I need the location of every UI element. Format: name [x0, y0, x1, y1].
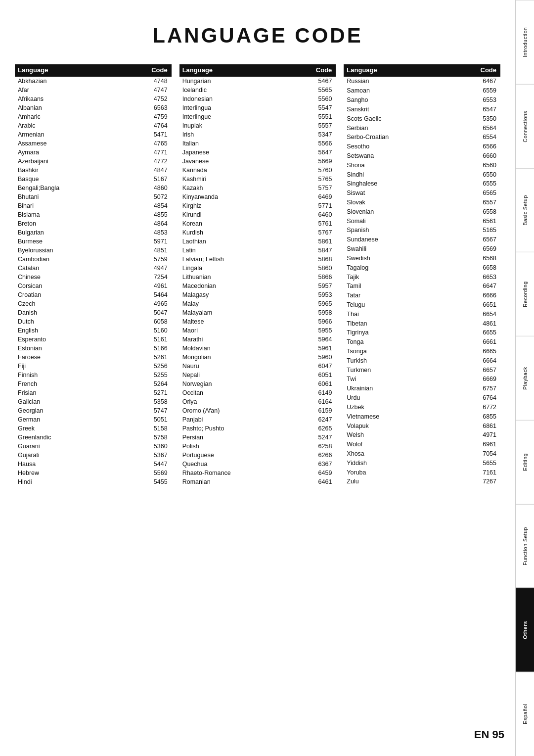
table-row: Occitan6149 [179, 388, 336, 397]
language-code: 5747 [120, 406, 171, 415]
language-code: 6258 [289, 442, 336, 451]
language-name: Scots Gaelic [344, 114, 449, 123]
language-name: Bihari [15, 201, 120, 210]
language-code: 6561 [449, 216, 500, 226]
language-name: Hausa [15, 460, 120, 469]
sidebar-item-editing[interactable]: Editing [516, 420, 534, 504]
sidebar-item-introduction[interactable]: Introduction [516, 0, 534, 84]
sidebar-item-function-setup[interactable]: Function Setup [516, 504, 534, 588]
table-row: Interlingua5547 [179, 103, 336, 112]
table-row: Kazakh5757 [179, 184, 336, 192]
language-code: 6564 [449, 123, 500, 133]
language-code: 4765 [120, 139, 171, 148]
table-row: Arabic4764 [15, 121, 172, 130]
language-code: 4772 [120, 157, 171, 166]
table-row: Sundanese6567 [344, 235, 500, 244]
language-code: 6565 [449, 189, 500, 198]
language-name: Malay [179, 299, 290, 308]
language-name: Mongolian [179, 353, 290, 362]
language-code: 5765 [289, 175, 336, 184]
table-row: Turkish6664 [344, 356, 500, 365]
table-row: Slovak6557 [344, 198, 500, 207]
table-row: Byelorussian4851 [15, 246, 172, 255]
table-row: Hungarian5467 [179, 76, 336, 86]
language-code: 5971 [120, 237, 171, 246]
language-name: Croatian [15, 290, 120, 299]
table-row: Maltese5966 [179, 317, 336, 326]
language-code: 4947 [120, 264, 171, 273]
language-code: 4854 [120, 201, 171, 210]
language-name: Irish [179, 130, 290, 139]
language-code: 5471 [120, 130, 171, 139]
language-name: Kirghiz [179, 201, 290, 210]
table-row: Esperanto5161 [15, 335, 172, 344]
language-name: Estonian [15, 344, 120, 353]
language-code: 5953 [289, 290, 336, 299]
table-row: Singhalese6555 [344, 179, 500, 189]
language-code: 5464 [120, 290, 171, 299]
language-code: 6569 [449, 244, 500, 254]
table-row: Polish6258 [179, 442, 336, 451]
sidebar-item-playback[interactable]: Playback [516, 336, 534, 420]
language-name: Tagalog [344, 263, 449, 272]
language-name: Bhutani [15, 192, 120, 201]
language-code: 5866 [289, 273, 336, 282]
language-name: Pashto; Pushto [179, 424, 290, 433]
language-code: 5547 [289, 103, 336, 112]
table-row: Chinese7254 [15, 273, 172, 282]
table-row: Bihari4854 [15, 201, 172, 210]
language-name: Guarani [15, 442, 120, 451]
table-row: Latin5847 [179, 246, 336, 255]
table-divider-1 [172, 64, 179, 486]
language-code: 5247 [289, 433, 336, 442]
language-name: English [15, 326, 120, 335]
language-code: 6655 [449, 328, 500, 337]
language-code: 4961 [120, 282, 171, 290]
language-name: Welsh [344, 430, 449, 440]
table-row: Pashto; Pushto6265 [179, 424, 336, 433]
language-code: 5964 [289, 335, 336, 344]
language-name: Spanish [344, 226, 449, 235]
table-row: Malayalam5958 [179, 308, 336, 317]
sidebar-item-others[interactable]: Others [516, 588, 534, 672]
language-code: 6961 [449, 440, 500, 449]
language-name: Interlingue [179, 112, 290, 121]
language-code: 5467 [289, 76, 336, 86]
table-row: Samoan6559 [344, 86, 500, 95]
table-row: Tigrinya6655 [344, 328, 500, 337]
language-name: Greenlandic [15, 433, 120, 442]
table-row: Norwegian6061 [179, 379, 336, 388]
language-name: Tigrinya [344, 328, 449, 337]
language-code: 6566 [449, 142, 500, 151]
table-row: Tagalog6658 [344, 263, 500, 272]
language-name: Russian [344, 76, 449, 86]
table-row: Bashkir4847 [15, 166, 172, 175]
table-row: Sanskrit6547 [344, 104, 500, 114]
language-code: 6550 [449, 170, 500, 179]
table-row: Finnish5255 [15, 371, 172, 379]
language-name: Dutch [15, 317, 120, 326]
language-code: 6547 [449, 104, 500, 114]
language-name: Latvian; Lettish [179, 255, 290, 264]
language-name: Malagasy [179, 290, 290, 299]
language-name: Twi [344, 375, 449, 384]
sidebar-item-basic-setup[interactable]: Basic Setup [516, 168, 534, 252]
sidebar-item-recording[interactable]: Recording [516, 252, 534, 336]
language-code: 6657 [449, 365, 500, 375]
language-name: Indonesian [179, 94, 290, 103]
sidebar-item-español[interactable]: Español [516, 672, 534, 756]
language-name: Armenian [15, 130, 120, 139]
language-name: Tajik [344, 272, 449, 282]
language-code: 4752 [120, 94, 171, 103]
table-row: Romanian6461 [179, 477, 336, 486]
table-row: Azerbaijani4772 [15, 157, 172, 166]
table-row: Yoruba7161 [344, 468, 500, 477]
table-row: Kurdish5767 [179, 228, 336, 237]
language-code: 5565 [289, 86, 336, 94]
language-name: Slovenian [344, 207, 449, 216]
language-name: Kirundi [179, 210, 290, 219]
sidebar-item-connections[interactable]: Connections [516, 84, 534, 168]
language-name: Korean [179, 219, 290, 228]
col1-header-lang: Language [15, 64, 120, 76]
language-code: 5669 [289, 157, 336, 166]
